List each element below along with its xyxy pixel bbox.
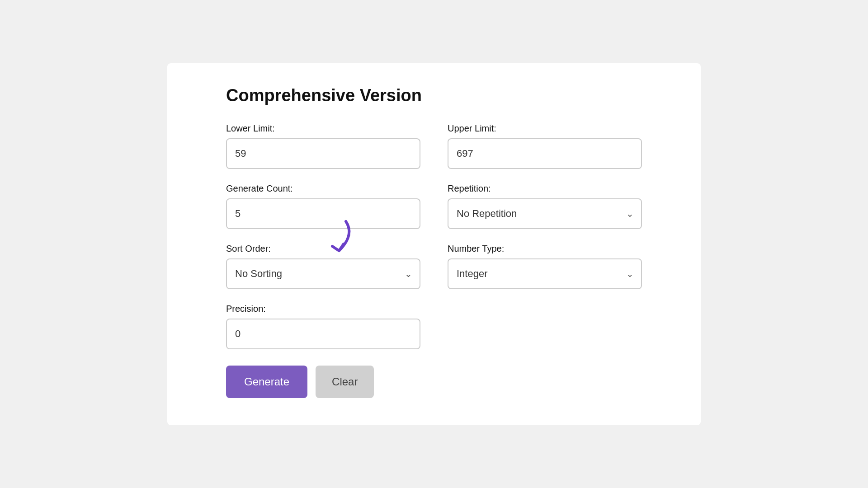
sort-order-label: Sort Order: xyxy=(226,244,420,254)
row-limits: Lower Limit: Upper Limit: xyxy=(226,123,642,169)
row-precision: Precision: xyxy=(226,304,642,349)
upper-limit-label: Upper Limit: xyxy=(448,123,642,134)
row-sort-numbertype: Sort Order: No Sorting Ascending Descend… xyxy=(226,244,642,289)
main-card: Comprehensive Version Lower Limit: Upper… xyxy=(167,63,701,425)
repetition-label: Repetition: xyxy=(448,183,642,194)
upper-limit-group: Upper Limit: xyxy=(448,123,642,169)
generate-count-label: Generate Count: xyxy=(226,183,420,194)
precision-label: Precision: xyxy=(226,304,420,314)
lower-limit-label: Lower Limit: xyxy=(226,123,420,134)
number-type-select-wrapper: Integer Decimal ⌄ xyxy=(448,258,642,289)
repetition-select[interactable]: With Repetition No Repetition xyxy=(448,198,642,229)
upper-limit-input[interactable] xyxy=(448,138,642,169)
sort-order-select[interactable]: No Sorting Ascending Descending xyxy=(226,258,420,289)
sort-order-select-wrapper: No Sorting Ascending Descending ⌄ xyxy=(226,258,420,289)
precision-group: Precision: xyxy=(226,304,420,349)
buttons-row: Generate Clear xyxy=(226,366,642,398)
sort-order-group: Sort Order: No Sorting Ascending Descend… xyxy=(226,244,420,289)
generate-button[interactable]: Generate xyxy=(226,366,307,398)
number-type-group: Number Type: Integer Decimal ⌄ xyxy=(448,244,642,289)
precision-input[interactable] xyxy=(226,319,420,349)
generate-count-group: Generate Count: xyxy=(226,183,420,229)
precision-spacer xyxy=(448,304,642,349)
repetition-group: Repetition: With Repetition No Repetitio… xyxy=(448,183,642,229)
row-count-repetition: Generate Count: Repetition: With Repetit… xyxy=(226,183,642,229)
lower-limit-group: Lower Limit: xyxy=(226,123,420,169)
lower-limit-input[interactable] xyxy=(226,138,420,169)
repetition-select-wrapper: With Repetition No Repetition ⌄ xyxy=(448,198,642,229)
number-type-label: Number Type: xyxy=(448,244,642,254)
clear-button[interactable]: Clear xyxy=(316,366,374,398)
number-type-select[interactable]: Integer Decimal xyxy=(448,258,642,289)
generate-count-input[interactable] xyxy=(226,198,420,229)
page-title: Comprehensive Version xyxy=(226,86,642,105)
